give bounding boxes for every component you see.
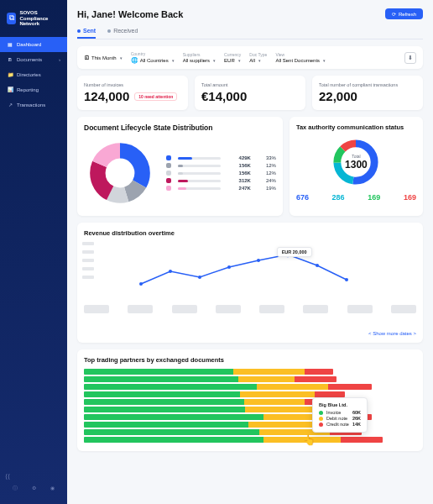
sidebar-footer: ⓘ ⚙ ◉ xyxy=(0,480,67,497)
attention-badge[interactable]: 10 need attention xyxy=(134,92,177,101)
stat-amount: Total amount €14,000 xyxy=(195,76,305,110)
brand-text: SOVOS Compliance Network xyxy=(19,10,60,27)
globe-icon: 🌐 xyxy=(131,57,138,64)
download-button[interactable]: ⬇ xyxy=(404,52,416,64)
brand-logo-icon: ⧉ xyxy=(7,13,16,24)
page-title: Hi, Jane! Welcome Back xyxy=(77,9,183,19)
revenue-card: Revenue distribution overtime EUR 20,000… xyxy=(77,223,423,343)
refresh-icon: ⟳ xyxy=(392,11,396,17)
filter-country[interactable]: Country 🌐All Countries xyxy=(131,51,175,64)
tab-sent[interactable]: Sent xyxy=(77,24,96,39)
sidebar-item-directories[interactable]: 📁Directories xyxy=(0,67,67,82)
tabs: Sent Received xyxy=(77,24,423,39)
partner-row[interactable] xyxy=(84,437,383,443)
lifecycle-card: Document Lifecycle State Distribution 42… xyxy=(77,117,283,216)
tax-card: Tax authority communication status Total… xyxy=(290,117,423,216)
chart-tooltip: EUR 20,000 xyxy=(277,247,312,257)
partner-row[interactable] xyxy=(84,376,336,382)
filter-view[interactable]: View All Sent Documents xyxy=(275,52,326,63)
nav-icon: 🗎 xyxy=(7,56,13,63)
svg-point-9 xyxy=(139,282,143,286)
cursor-icon: 👆 xyxy=(303,434,316,446)
filter-period[interactable]: 🗓This Month xyxy=(84,55,123,60)
filters: 🗓This Month Country 🌐All Countries Suppl… xyxy=(77,46,423,69)
partner-row[interactable] xyxy=(84,369,333,375)
lifecycle-donut xyxy=(84,137,156,209)
brand: ⧉ SOVOS Compliance Network xyxy=(0,7,67,30)
nav-icon: 📁 xyxy=(7,71,13,78)
sidebar: ⧉ SOVOS Compliance Network ▦Dashboard🗎Do… xyxy=(0,0,67,504)
calendar-icon: 🗓 xyxy=(84,55,90,60)
expand-icon[interactable]: ⟨⟨ xyxy=(5,473,10,480)
svg-point-12 xyxy=(227,265,231,269)
user-icon[interactable]: ◉ xyxy=(50,485,55,492)
sidebar-item-transactions[interactable]: ↗Transactions xyxy=(0,97,67,113)
filter-doctype[interactable]: Doc Type All xyxy=(249,52,267,63)
svg-point-15 xyxy=(316,264,319,267)
partner-tooltip: Big Blue Ltd. Invoice60KDebit note26KCre… xyxy=(312,397,368,433)
sidebar-item-dashboard[interactable]: ▦Dashboard xyxy=(0,37,67,52)
refresh-button[interactable]: ⟳ Refresh xyxy=(385,8,423,19)
main: Hi, Jane! Welcome Back ⟳ Refresh Sent Re… xyxy=(67,0,433,504)
stat-compliant: Total number of compliant transactions 2… xyxy=(312,76,423,110)
svg-point-16 xyxy=(345,278,348,281)
stat-invoices: Number of invoices 124,00010 need attent… xyxy=(77,76,188,110)
settings-icon[interactable]: ⚙ xyxy=(32,485,36,492)
svg-point-10 xyxy=(169,270,172,273)
svg-point-13 xyxy=(257,259,260,262)
filter-suppliers[interactable]: Suppliers All suppliers xyxy=(183,52,216,63)
nav-icon: 📊 xyxy=(7,87,13,93)
partner-row[interactable] xyxy=(84,399,348,405)
partners-card: Top trading partners by exchanged docume… xyxy=(77,349,423,451)
svg-point-11 xyxy=(198,276,201,279)
nav-icon: ↗ xyxy=(7,102,13,108)
sidebar-item-reporting[interactable]: 📊Reporting xyxy=(0,82,67,97)
revenue-line-chart xyxy=(84,242,416,301)
show-more-dates[interactable]: < Show more dates > xyxy=(84,331,416,336)
nav: ▦Dashboard🗎Documents›📁Directories📊Report… xyxy=(0,37,67,113)
tab-received[interactable]: Received xyxy=(107,24,138,39)
nav-icon: ▦ xyxy=(7,41,13,48)
partner-row[interactable] xyxy=(84,384,372,390)
info-icon[interactable]: ⓘ xyxy=(13,485,18,492)
filter-currency[interactable]: Currency EUR xyxy=(224,52,241,63)
sidebar-item-documents[interactable]: 🗎Documents› xyxy=(0,52,67,67)
partner-row[interactable] xyxy=(84,391,345,397)
